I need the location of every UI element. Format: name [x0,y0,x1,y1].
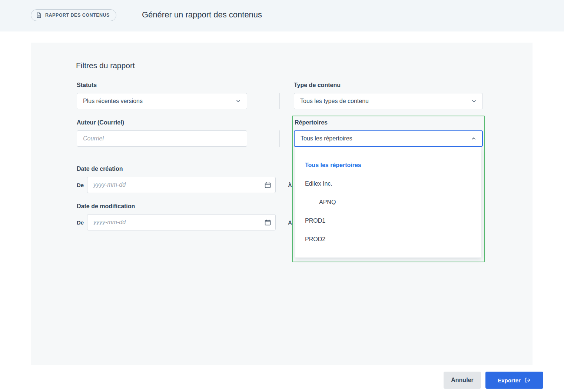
date-modification-from-input[interactable] [93,219,265,226]
chevron-up-icon [471,136,476,141]
date-from-label: De [77,219,84,226]
date-to-label: À [288,219,292,226]
export-button[interactable]: Exporter [485,372,543,389]
auteur-label: Auteur (Courriel) [77,119,124,126]
app-root: RAPPORT DES CONTENUS Générer un rapport … [0,0,564,392]
report-badge[interactable]: RAPPORT DES CONTENUS [31,9,116,21]
repertoires-select[interactable]: Tous les répertoires [294,130,483,147]
chevron-down-icon [471,99,477,104]
dropdown-option[interactable]: PROD1 [295,212,481,230]
date-modification-from-wrap [87,214,276,230]
column-divider [279,130,280,147]
type-contenu-value: Tous les types de contenu [300,98,369,104]
report-badge-label: RAPPORT DES CONTENUS [45,13,110,18]
date-creation-label: Date de création [77,166,123,172]
statuts-value: Plus récentes versions [83,98,143,104]
auteur-input-wrap [77,130,247,147]
export-icon [524,377,531,383]
auteur-input[interactable] [83,135,242,142]
date-to-label: À [288,182,292,188]
repertoires-value: Tous les répertoires [301,135,352,142]
repertoires-dropdown: Tous les répertoires Edilex Inc. APNQ PR… [295,147,481,258]
chevron-down-icon [236,99,241,104]
type-contenu-label: Type de contenu [294,82,341,89]
type-contenu-select[interactable]: Tous les types de contenu [294,93,483,109]
date-creation-from-wrap [87,177,276,193]
footer: Annuler Exporter [0,365,564,392]
calendar-icon[interactable] [265,182,271,188]
cancel-button[interactable]: Annuler [444,372,481,389]
date-modification-label: Date de modification [77,203,135,210]
header-divider [130,8,130,23]
page-title: Générer un rapport des contenus [142,10,262,20]
repertoires-label: Répertoires [295,119,328,126]
dropdown-option[interactable]: Edilex Inc. [295,175,481,193]
date-from-label: De [77,182,84,188]
calendar-icon[interactable] [265,219,271,226]
statuts-select[interactable]: Plus récentes versions [77,93,247,109]
statuts-label: Statuts [77,82,97,89]
dropdown-option[interactable]: Tous les répertoires [295,156,481,175]
date-creation-from-input[interactable] [93,182,265,188]
export-button-label: Exporter [498,377,521,383]
section-title: Filtres du rapport [76,61,135,70]
dropdown-option[interactable]: PROD2 [295,230,481,249]
column-divider [279,93,280,109]
header: RAPPORT DES CONTENUS Générer un rapport … [0,0,564,31]
report-icon [36,12,42,18]
dropdown-option[interactable]: APNQ [295,193,481,212]
filters-card: Filtres du rapport Statuts Plus récentes… [31,43,533,365]
